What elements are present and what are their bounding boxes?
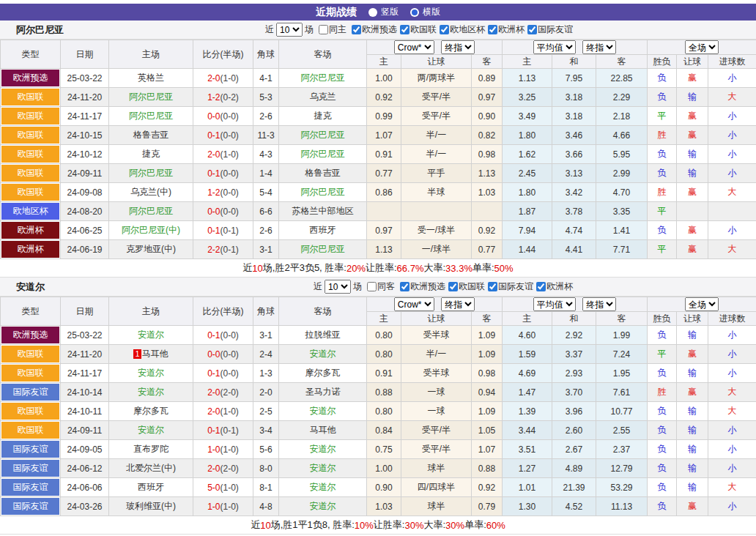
match-count-select[interactable]: 10: [325, 280, 351, 294]
let-line: 两/两球半: [401, 69, 472, 88]
away-team: 乌克兰: [279, 88, 367, 107]
bookmaker-select[interactable]: Crow*: [394, 40, 434, 54]
halftime-score: (1-0): [220, 444, 239, 455]
match-count-select[interactable]: 10: [276, 23, 303, 37]
layout-radio-vertical[interactable]: 竖版: [368, 6, 399, 18]
competition-type-chip: 欧国联: [1, 403, 59, 420]
final-index-select-2[interactable]: 终指: [582, 297, 616, 311]
competition-filter-checkbox[interactable]: 欧洲预选: [400, 280, 445, 293]
home-team-name: 马耳他: [142, 349, 168, 359]
same-home-label[interactable]: 同主: [329, 23, 346, 36]
match-date: 24-10-15: [61, 126, 109, 145]
competition-filter-checkbox[interactable]: 欧洲预选: [352, 23, 397, 36]
competition-label[interactable]: 国际友谊: [538, 23, 573, 36]
home-team-name[interactable]: 安道尔: [138, 330, 164, 340]
same-home-checkbox-input[interactable]: [319, 25, 328, 34]
layout-radio-horizontal[interactable]: 横版: [410, 6, 440, 18]
home-team-name[interactable]: 安道尔: [138, 368, 164, 378]
same-home-checkbox[interactable]: 同主: [319, 23, 346, 36]
away-team-name[interactable]: 阿尔巴尼亚: [301, 187, 345, 197]
competition-filter-checkbox[interactable]: 国际友谊: [527, 23, 573, 36]
competition-checkbox-input[interactable]: [400, 282, 410, 291]
away-team-name[interactable]: 阿尔巴尼亚: [301, 130, 345, 140]
average-select[interactable]: 平均值: [533, 297, 576, 311]
albania-results-table: 类型 日期 主场 比分(半场) 角球 客场 Crow* 终指 平均值 终指 全场…: [0, 40, 756, 259]
competition-label[interactable]: 欧地区杯: [450, 23, 485, 36]
andorra-results-table: 类型 日期 主场 比分(半场) 角球 客场 Crow* 终指 平均值 终指 全场…: [0, 297, 756, 516]
competition-checkbox-input[interactable]: [527, 25, 537, 34]
competition-checkbox-input[interactable]: [352, 25, 361, 34]
competition-type-chip: 欧洲预选: [1, 70, 59, 86]
home-team-name[interactable]: 阿尔巴尼亚: [129, 206, 173, 216]
corner-score: 3-1: [253, 326, 279, 345]
avg-away-odds: 4.70: [596, 183, 648, 202]
competition-checkbox-input[interactable]: [440, 25, 449, 34]
competition-label[interactable]: 欧洲杯: [498, 23, 525, 36]
same-away-label[interactable]: 同客: [377, 280, 395, 293]
let-line: 一/球半: [401, 240, 472, 259]
away-team-name[interactable]: 阿尔巴尼亚: [301, 244, 345, 254]
away-team-name[interactable]: 安道尔: [310, 463, 336, 473]
away-team-name[interactable]: 安道尔: [310, 444, 336, 454]
competition-checkbox-input[interactable]: [448, 282, 458, 291]
fulltime-score: 0-0: [207, 111, 220, 122]
let-line: 半球: [401, 183, 472, 202]
competition-filter-checkbox[interactable]: 欧洲杯: [488, 23, 525, 36]
same-away-checkbox-input[interactable]: [367, 282, 377, 291]
away-team-name[interactable]: 阿尔巴尼亚: [301, 149, 345, 159]
average-select[interactable]: 平均值: [533, 40, 576, 54]
home-team-name[interactable]: 安道尔: [138, 425, 164, 435]
competition-filter-checkbox[interactable]: 国际友谊: [488, 280, 533, 293]
home-team-name[interactable]: 阿尔巴尼亚(中): [122, 225, 180, 235]
result-wdl: 负: [648, 221, 677, 240]
competition-checkbox-input[interactable]: [536, 282, 546, 291]
home-team-name[interactable]: 阿尔巴尼亚: [129, 111, 173, 121]
away-team-name[interactable]: 安道尔: [310, 406, 336, 416]
summary-text: 10: [252, 263, 262, 274]
fulltime-score: 1-2: [207, 187, 220, 198]
competition-checkbox-input[interactable]: [400, 25, 410, 34]
home-team-name: 格鲁吉亚: [133, 130, 168, 140]
radio-selected-icon[interactable]: [410, 8, 419, 17]
competition-label[interactable]: 欧洲预选: [410, 280, 445, 293]
fulltime-score: 2-0: [207, 464, 220, 474]
competition-label[interactable]: 欧洲杯: [546, 280, 573, 293]
let-line: 平手: [401, 164, 472, 183]
radio-icon[interactable]: [368, 8, 377, 17]
summary-text: 10%: [355, 520, 374, 531]
competition-filter-checkbox[interactable]: 欧国联: [400, 23, 437, 36]
col-home: 主场: [109, 40, 193, 69]
result-goals: 大: [708, 478, 756, 497]
final-index-select-2[interactable]: 终指: [582, 40, 616, 54]
full-match-select[interactable]: 全场: [685, 40, 719, 54]
avg-draw-odds: 4.89: [552, 459, 596, 478]
away-team-name[interactable]: 安道尔: [310, 501, 336, 511]
competition-label[interactable]: 欧国联: [459, 280, 485, 293]
competition-type: 欧国联: [1, 402, 61, 421]
final-index-select[interactable]: 终指: [441, 40, 475, 54]
home-team-name[interactable]: 安道尔: [138, 387, 164, 397]
bookmaker-select[interactable]: Crow*: [394, 297, 434, 311]
competition-filter-checkbox[interactable]: 欧地区杯: [440, 23, 485, 36]
competition-label[interactable]: 欧国联: [410, 23, 437, 36]
result-let: [677, 202, 708, 221]
competition-checkbox-input[interactable]: [488, 25, 497, 34]
summary-text: 大率:: [423, 261, 445, 275]
radio-label[interactable]: 竖版: [381, 6, 399, 18]
full-match-select[interactable]: 全场: [685, 297, 719, 311]
competition-label[interactable]: 欧洲预选: [362, 23, 397, 36]
competition-checkbox-input[interactable]: [488, 282, 497, 291]
competition-label[interactable]: 国际友谊: [498, 280, 533, 293]
radio-label[interactable]: 横版: [423, 6, 440, 18]
final-index-select[interactable]: 终指: [441, 297, 475, 311]
away-team-name[interactable]: 阿尔巴尼亚: [301, 72, 345, 83]
same-away-checkbox[interactable]: 同客: [367, 280, 395, 293]
let-away-odds: 0.88: [472, 459, 503, 478]
competition-type-chip: 国际友谊: [1, 479, 59, 496]
competition-filter-checkbox[interactable]: 欧洲杯: [536, 280, 573, 293]
away-team-name[interactable]: 安道尔: [310, 482, 336, 492]
home-team-name[interactable]: 阿尔巴尼亚: [129, 92, 173, 102]
away-team-name[interactable]: 安道尔: [310, 349, 336, 359]
competition-filter-checkbox[interactable]: 欧国联: [448, 280, 485, 293]
home-team-name[interactable]: 阿尔巴尼亚: [129, 168, 173, 178]
